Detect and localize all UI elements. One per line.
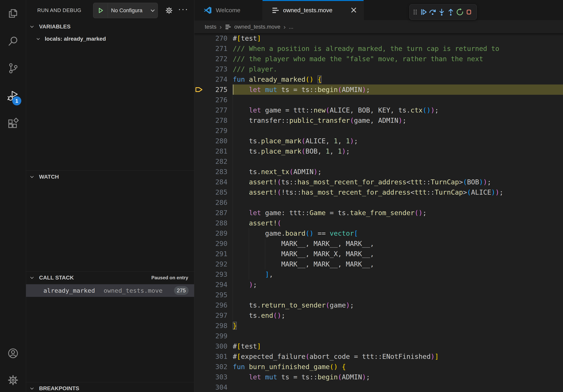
line-number[interactable]: 298: [194, 321, 233, 331]
line-number[interactable]: 282: [194, 156, 233, 167]
line-number[interactable]: 291: [194, 249, 233, 259]
code-line[interactable]: 290 MARK__, MARK__, MARK__,: [194, 238, 563, 249]
line-number[interactable]: 294: [194, 279, 233, 290]
line-number[interactable]: 296: [194, 300, 233, 310]
line-number[interactable]: 277: [194, 105, 233, 115]
code-text: }: [233, 321, 563, 331]
explorer-icon[interactable]: [7, 8, 19, 20]
code-line[interactable]: 304: [194, 382, 563, 392]
code-line[interactable]: 303 let mut ts = ts::begin(ADMIN);: [194, 372, 563, 382]
drag-grip-icon[interactable]: [411, 6, 419, 18]
code-line[interactable]: 301#[expected_failure(abort_code = ttt::…: [194, 351, 563, 362]
line-number[interactable]: 279: [194, 126, 233, 136]
debug-gear-icon[interactable]: [162, 3, 176, 17]
code-line[interactable]: 292 MARK__, MARK__, MARK__,: [194, 259, 563, 269]
variables-scope-row[interactable]: locals: already_marked: [26, 33, 194, 45]
line-number[interactable]: 272: [194, 54, 233, 64]
line-number[interactable]: 299: [194, 331, 233, 341]
start-debugging-play-icon[interactable]: [93, 3, 108, 18]
search-icon[interactable]: [7, 35, 19, 47]
code-line[interactable]: 295: [194, 290, 563, 300]
line-number[interactable]: 285: [194, 187, 233, 197]
code-line[interactable]: 282: [194, 156, 563, 167]
code-line[interactable]: 291 MARK__, MARK_X, MARK__,: [194, 249, 563, 259]
code-line[interactable]: 300#[test]: [194, 341, 563, 351]
code-line[interactable]: 294 );: [194, 279, 563, 290]
code-line[interactable]: 272/// the player who made the "false" m…: [194, 54, 563, 64]
line-number[interactable]: 273: [194, 64, 233, 74]
variables-section-header[interactable]: VARIABLES: [26, 21, 194, 33]
code-line[interactable]: 275 let mut ts = ts::begin(ADMIN);: [194, 84, 563, 95]
line-number[interactable]: 289: [194, 228, 233, 238]
line-number[interactable]: 297: [194, 310, 233, 321]
code-line[interactable]: 285 assert!(!ts::has_most_recent_for_add…: [194, 187, 563, 197]
call-stack-section-header[interactable]: CALL STACK Paused on entry: [26, 271, 194, 284]
line-number[interactable]: 274: [194, 74, 233, 84]
code-line[interactable]: 287 let game: ttt::Game = ts.take_from_s…: [194, 208, 563, 218]
code-editor[interactable]: 270#[test]271/// When a position is alre…: [194, 33, 563, 392]
code-line[interactable]: 286: [194, 197, 563, 208]
code-line[interactable]: 284 assert!(ts::has_most_recent_for_addr…: [194, 177, 563, 187]
code-line[interactable]: 278 transfer::public_transfer(game, ADMI…: [194, 115, 563, 126]
restart-icon[interactable]: [455, 6, 464, 18]
code-line[interactable]: 289 game.board() == vector[: [194, 228, 563, 238]
breakpoints-section-header[interactable]: BREAKPOINTS: [26, 382, 194, 392]
line-number[interactable]: 290: [194, 238, 233, 249]
line-number[interactable]: 286: [194, 197, 233, 208]
code-line[interactable]: 277 let game = ttt::new(ALICE, BOB, KEY,…: [194, 105, 563, 115]
code-line[interactable]: 271/// When a position is already marked…: [194, 43, 563, 54]
line-number[interactable]: 295: [194, 290, 233, 300]
code-line[interactable]: 293 ],: [194, 269, 563, 279]
line-number[interactable]: 270: [194, 33, 233, 43]
line-number[interactable]: 301: [194, 351, 233, 362]
code-line[interactable]: 299: [194, 331, 563, 341]
source-control-icon[interactable]: [7, 62, 19, 74]
code-line[interactable]: 280 ts.place_mark(ALICE, 1, 1);: [194, 136, 563, 146]
code-line[interactable]: 274fun already_marked() {: [194, 74, 563, 84]
tab-owned-tests[interactable]: owned_tests.move ×: [263, 0, 364, 21]
code-line[interactable]: 270#[test]: [194, 33, 563, 43]
breadcrumb-item-file[interactable]: owned_tests.move: [234, 24, 280, 30]
code-line[interactable]: 288 assert!(: [194, 218, 563, 228]
close-icon[interactable]: ×: [349, 0, 359, 21]
line-number[interactable]: 280: [194, 136, 233, 146]
tab-welcome[interactable]: Welcome: [194, 0, 263, 21]
line-number[interactable]: 302: [194, 362, 233, 372]
settings-gear-icon[interactable]: [7, 374, 19, 386]
step-over-icon[interactable]: [428, 6, 437, 18]
line-number[interactable]: 284: [194, 177, 233, 187]
line-number[interactable]: 292: [194, 259, 233, 269]
more-actions-icon[interactable]: ···: [176, 3, 190, 17]
breadcrumb-item-symbol[interactable]: ...: [289, 24, 293, 30]
code-line[interactable]: 296 ts.return_to_sender(game);: [194, 300, 563, 310]
code-line[interactable]: 273/// player.: [194, 64, 563, 74]
line-number[interactable]: 283: [194, 167, 233, 177]
code-line[interactable]: 279: [194, 126, 563, 136]
line-number[interactable]: 293: [194, 269, 233, 279]
code-line[interactable]: 276: [194, 95, 563, 105]
code-line[interactable]: 281 ts.place_mark(BOB, 1, 1);: [194, 146, 563, 156]
step-into-icon[interactable]: [437, 6, 446, 18]
line-number[interactable]: 304: [194, 382, 233, 392]
call-stack-frame[interactable]: already_markedowned_tests.move275: [26, 284, 194, 297]
line-number[interactable]: 281: [194, 146, 233, 156]
continue-icon[interactable]: [419, 6, 428, 18]
extensions-icon[interactable]: [7, 118, 19, 130]
line-number[interactable]: 303: [194, 372, 233, 382]
line-number[interactable]: 278: [194, 115, 233, 126]
breadcrumb-item-tests[interactable]: tests: [205, 24, 217, 30]
launch-configuration-dropdown[interactable]: No Configura: [93, 3, 158, 18]
line-number[interactable]: 276: [194, 95, 233, 105]
watch-section-header[interactable]: WATCH: [26, 170, 194, 183]
code-line[interactable]: 298}: [194, 321, 563, 331]
code-line[interactable]: 283 ts.next_tx(ADMIN);: [194, 167, 563, 177]
line-number[interactable]: 271: [194, 43, 233, 54]
step-out-icon[interactable]: [446, 6, 455, 18]
line-number[interactable]: 288: [194, 218, 233, 228]
code-line[interactable]: 302fun burn_unfinished_game() {: [194, 362, 563, 372]
account-icon[interactable]: [7, 347, 19, 359]
line-number[interactable]: 300: [194, 341, 233, 351]
stop-icon[interactable]: [464, 6, 473, 18]
code-line[interactable]: 297 ts.end();: [194, 310, 563, 321]
line-number[interactable]: 287: [194, 208, 233, 218]
